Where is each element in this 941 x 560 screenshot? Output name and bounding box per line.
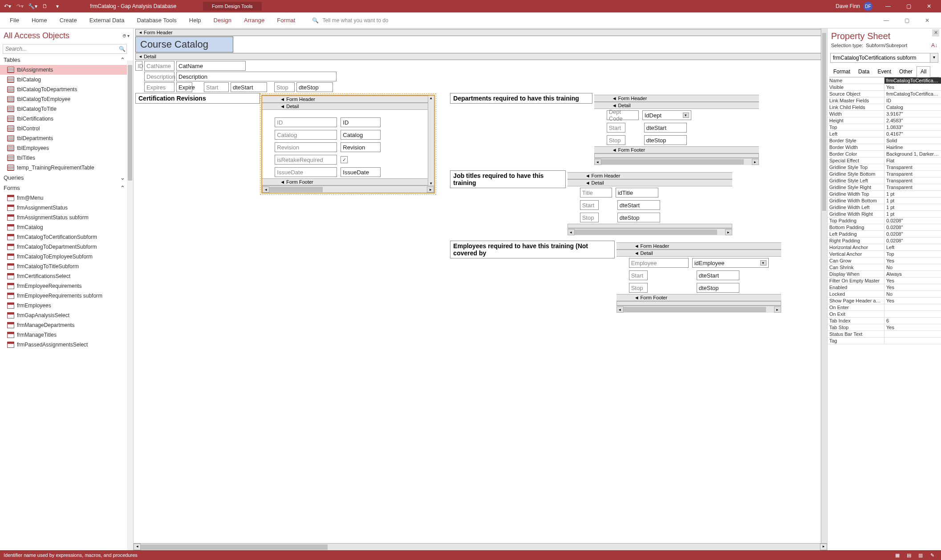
subform-hscroll[interactable]: ◂▸: [262, 185, 434, 193]
design-hscroll[interactable]: ◂ ▸: [134, 543, 827, 550]
cert-retake-label[interactable]: isRetakeRequired: [275, 155, 337, 165]
property-row[interactable]: Vertical AnchorTop: [827, 251, 941, 258]
property-row[interactable]: Left0.4167": [827, 131, 941, 137]
subform-hscroll[interactable]: ◂▸: [617, 306, 781, 313]
property-row[interactable]: Gridline Style LeftTransparent: [827, 177, 941, 184]
cert-revision-label[interactable]: Revision: [275, 142, 337, 152]
nav-form-item[interactable]: frmManageDepartments: [0, 320, 129, 330]
nav-form-item[interactable]: frmCatalogToEmployeeSubform: [0, 252, 129, 262]
emp-label[interactable]: Employee: [629, 258, 689, 268]
cert-subform-title[interactable]: Certification Revisions: [135, 93, 260, 104]
property-row[interactable]: Top1.0833": [827, 124, 941, 131]
cert-catalog-field[interactable]: Catalog: [341, 130, 381, 140]
user-account[interactable]: Dave Finn DF: [836, 2, 872, 11]
cert-id-label[interactable]: ID: [275, 117, 337, 127]
nav-group-forms[interactable]: Forms ⌃: [0, 183, 129, 193]
property-value[interactable]: 0.4167": [884, 131, 941, 137]
property-row[interactable]: Can GrowYes: [827, 258, 941, 264]
description-field[interactable]: Description: [176, 72, 337, 81]
title-label[interactable]: Title: [580, 188, 612, 197]
section-form-header[interactable]: ◄Form Header: [135, 29, 827, 36]
property-value[interactable]: 2.4583": [884, 117, 941, 124]
expires-field[interactable]: Expire: [176, 82, 192, 92]
emp-start-label[interactable]: Start: [629, 270, 648, 280]
subform-hscroll[interactable]: ◂▸: [568, 228, 732, 235]
property-row[interactable]: Can ShrinkNo: [827, 264, 941, 271]
property-value[interactable]: Yes: [884, 284, 941, 290]
property-value[interactable]: 3.9167": [884, 111, 941, 117]
property-row[interactable]: Left Padding0.0208": [827, 231, 941, 238]
property-row[interactable]: Gridline Width Left1 pt: [827, 204, 941, 211]
dept-start-label[interactable]: Start: [607, 123, 625, 133]
title-subform[interactable]: ◄Form Header ◄Detail TitleidTitle Startd…: [568, 172, 732, 235]
property-row[interactable]: Horizontal AnchorLeft: [827, 244, 941, 251]
property-grid[interactable]: NamefrmCatalogToCertificationVisibleYesS…: [827, 77, 941, 550]
property-value[interactable]: 1.0833": [884, 124, 941, 130]
cert-issue-label[interactable]: IssueDate: [275, 167, 337, 177]
nav-form-item[interactable]: frmCatalogToDepartmentSubform: [0, 242, 129, 252]
property-sheet-close-button[interactable]: ✕: [932, 29, 939, 36]
property-row[interactable]: Gridline Style BottomTransparent: [827, 171, 941, 177]
ribbon-restore-button[interactable]: ▢: [896, 12, 917, 28]
property-row[interactable]: Border ColorBackground 1, Darker 35%: [827, 151, 941, 157]
search-icon[interactable]: 🔍: [118, 46, 126, 52]
property-row[interactable]: Tag: [827, 338, 941, 344]
property-row[interactable]: Gridline Width Right1 pt: [827, 211, 941, 218]
view-form-button[interactable]: ▦: [892, 551, 903, 559]
form-title-label[interactable]: Course Catalog: [135, 36, 233, 52]
tab-create[interactable]: Create: [53, 13, 83, 27]
nav-table-item[interactable]: tblAssignments: [0, 65, 129, 75]
property-row[interactable]: Top Padding0.0208": [827, 218, 941, 224]
emp-stop-label[interactable]: Stop: [629, 283, 648, 293]
title-start-label[interactable]: Start: [580, 200, 599, 210]
property-value[interactable]: ID: [884, 97, 941, 104]
tab-home[interactable]: Home: [25, 13, 53, 27]
property-value[interactable]: No: [884, 291, 941, 297]
property-row[interactable]: Border WidthHairline: [827, 144, 941, 151]
property-row[interactable]: Source ObjectfrmCatalogToCertification: [827, 91, 941, 97]
nav-form-item[interactable]: frm@Menu: [0, 193, 129, 203]
property-value[interactable]: Always: [884, 271, 941, 277]
qat-button[interactable]: 🔧▾: [27, 1, 38, 12]
property-row[interactable]: Right Padding0.0208": [827, 238, 941, 244]
property-row[interactable]: Bottom Padding0.0208": [827, 224, 941, 231]
prop-tab-data[interactable]: Data: [854, 66, 873, 77]
property-value[interactable]: [884, 304, 941, 310]
property-value[interactable]: Flat: [884, 157, 941, 164]
prop-tab-other[interactable]: Other: [895, 66, 917, 77]
nav-form-item[interactable]: frmManageTitles: [0, 330, 129, 340]
emp-combo[interactable]: idEmployee▾: [692, 258, 769, 268]
property-value[interactable]: Background 1, Darker 35%: [884, 151, 941, 157]
cert-retake-checkbox[interactable]: ✓: [341, 156, 348, 163]
property-value[interactable]: Transparent: [884, 171, 941, 177]
catname-field[interactable]: CatName: [176, 61, 246, 71]
tab-database-tools[interactable]: Database Tools: [130, 13, 183, 27]
qat-customize-button[interactable]: ▾: [52, 1, 63, 12]
property-row[interactable]: Filter On Empty MasterYes: [827, 278, 941, 284]
cert-revision-field[interactable]: Revision: [341, 142, 381, 152]
title-subform-title[interactable]: Job titles required to have this trainin…: [450, 170, 566, 188]
start-field[interactable]: dteStart: [231, 82, 267, 92]
property-row[interactable]: Gridline Style TopTransparent: [827, 164, 941, 171]
chevron-down-icon[interactable]: ▾: [930, 53, 938, 63]
nav-table-item[interactable]: tblDepartments: [0, 133, 129, 143]
property-value[interactable]: Transparent: [884, 184, 941, 190]
property-value[interactable]: Left: [884, 244, 941, 250]
property-value[interactable]: Top: [884, 251, 941, 257]
title-stop-label[interactable]: Stop: [580, 213, 599, 222]
undo-button[interactable]: ↶▾: [2, 1, 13, 12]
property-value[interactable]: 0.0208": [884, 224, 941, 230]
prop-tab-format[interactable]: Format: [829, 66, 854, 77]
tab-format[interactable]: Format: [271, 13, 301, 27]
subform-vscroll[interactable]: ▴▾: [428, 96, 434, 185]
nav-form-item[interactable]: frmAssignmentStatus: [0, 203, 129, 213]
property-value[interactable]: frmCatalogToCertification: [884, 77, 941, 84]
property-value[interactable]: Yes: [884, 278, 941, 284]
minimize-button[interactable]: —: [878, 0, 898, 12]
view-datasheet-button[interactable]: ▤: [904, 551, 914, 559]
nav-table-item[interactable]: tblCatalogToEmployee: [0, 94, 129, 104]
property-value[interactable]: 1 pt: [884, 211, 941, 217]
ribbon-minimize-button[interactable]: —: [876, 12, 896, 28]
tell-me-search[interactable]: 🔍 Tell me what you want to do: [312, 17, 388, 24]
property-row[interactable]: Tab Index6: [827, 318, 941, 324]
